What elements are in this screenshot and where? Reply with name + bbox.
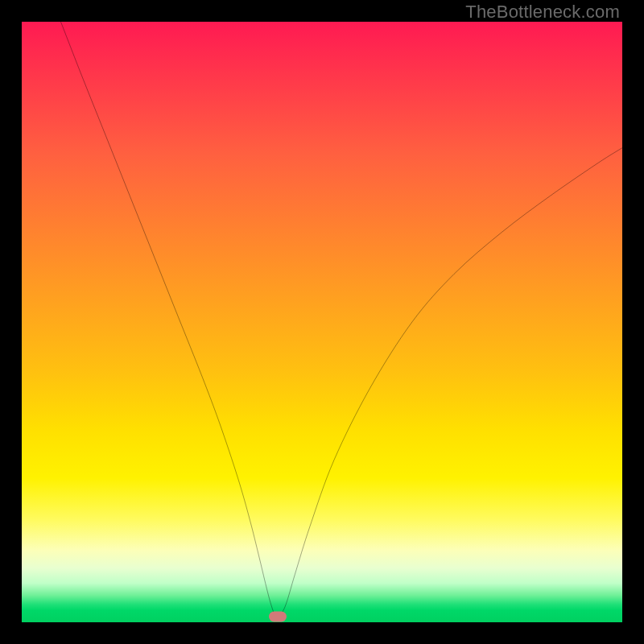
chart-frame: TheBottleneck.com (0, 0, 644, 644)
plot-area (22, 22, 622, 622)
optimal-point-marker (269, 612, 287, 622)
watermark-text: TheBottleneck.com (465, 2, 620, 23)
bottleneck-curve-line (60, 22, 622, 617)
curve-svg (22, 22, 622, 622)
